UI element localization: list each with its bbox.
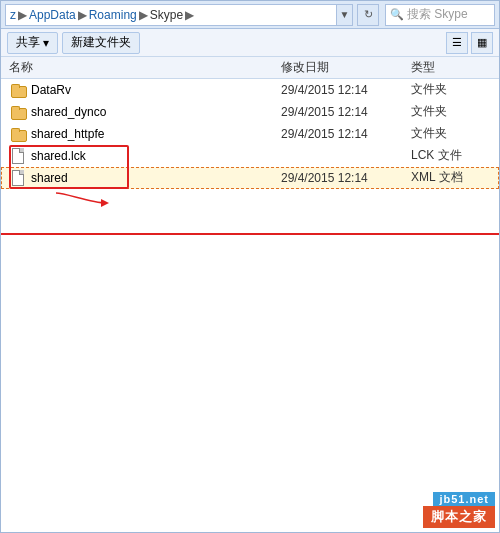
col-type-header[interactable]: 类型: [411, 59, 491, 76]
file-type: 文件夹: [411, 81, 491, 98]
folder-icon: [9, 82, 27, 98]
file-name: shared.lck: [31, 149, 281, 163]
file-list: DataRv 29/4/2015 12:14 文件夹 shared_dynco …: [1, 79, 499, 189]
file-name: DataRv: [31, 83, 281, 97]
breadcrumb-z[interactable]: z: [10, 8, 16, 22]
table-row[interactable]: shared 29/4/2015 12:14 XML 文档: [1, 167, 499, 189]
red-separator-line: [1, 233, 499, 235]
share-dropdown-icon: ▾: [43, 36, 49, 50]
breadcrumb-area[interactable]: z ▶ AppData ▶ Roaming ▶ Skype ▶: [5, 4, 337, 26]
col-name-header[interactable]: 名称: [9, 59, 281, 76]
col-date-header[interactable]: 修改日期: [281, 59, 411, 76]
view-options-button[interactable]: ☰: [446, 32, 468, 54]
file-type: 文件夹: [411, 103, 491, 120]
file-name: shared_dynco: [31, 105, 281, 119]
toolbar: 共享 ▾ 新建文件夹 ☰ ▦: [1, 29, 499, 57]
breadcrumb-roaming[interactable]: Roaming: [89, 8, 137, 22]
file-type: 文件夹: [411, 125, 491, 142]
breadcrumb-dropdown[interactable]: ▼: [337, 4, 353, 26]
file-icon: [9, 148, 27, 164]
watermark-bottom: 脚本之家: [423, 506, 495, 528]
watermark-top: jb51.net: [433, 492, 495, 506]
file-name: shared_httpfe: [31, 127, 281, 141]
folder-icon: [9, 104, 27, 120]
file-date: 29/4/2015 12:14: [281, 83, 411, 97]
folder-icon: [9, 126, 27, 142]
file-date: 29/4/2015 12:14: [281, 171, 411, 185]
svg-marker-0: [101, 199, 109, 207]
breadcrumb-skype: Skype: [150, 8, 183, 22]
new-folder-label: 新建文件夹: [71, 34, 131, 51]
explorer-window: z ▶ AppData ▶ Roaming ▶ Skype ▶ ▼ ↻ 🔍 搜索…: [0, 0, 500, 533]
table-row[interactable]: shared_httpfe 29/4/2015 12:14 文件夹: [1, 123, 499, 145]
view-details-button[interactable]: ▦: [471, 32, 493, 54]
file-name: shared: [31, 171, 281, 185]
annotation-area: shared.lck LCK 文件 shared 29/4/2015 12:14…: [1, 145, 499, 189]
file-type: XML 文档: [411, 169, 491, 186]
file-icon: [9, 170, 27, 186]
annotation-arrow: [51, 189, 111, 207]
address-bar: z ▶ AppData ▶ Roaming ▶ Skype ▶ ▼ ↻ 🔍 搜索…: [1, 1, 499, 29]
watermark: jb51.net 脚本之家: [423, 492, 495, 528]
file-area: DataRv 29/4/2015 12:14 文件夹 shared_dynco …: [1, 79, 499, 532]
nav-refresh[interactable]: ↻: [357, 4, 379, 26]
column-headers: 名称 修改日期 类型: [1, 57, 499, 79]
file-date: 29/4/2015 12:14: [281, 105, 411, 119]
search-placeholder: 搜索 Skype: [407, 6, 468, 23]
share-button[interactable]: 共享 ▾: [7, 32, 58, 54]
new-folder-button[interactable]: 新建文件夹: [62, 32, 140, 54]
file-type: LCK 文件: [411, 147, 491, 164]
table-row[interactable]: shared.lck LCK 文件: [1, 145, 499, 167]
file-date: 29/4/2015 12:14: [281, 127, 411, 141]
share-label: 共享: [16, 34, 40, 51]
table-row[interactable]: DataRv 29/4/2015 12:14 文件夹: [1, 79, 499, 101]
breadcrumb-appdata[interactable]: AppData: [29, 8, 76, 22]
toolbar-right: ☰ ▦: [446, 32, 493, 54]
table-row[interactable]: shared_dynco 29/4/2015 12:14 文件夹: [1, 101, 499, 123]
search-box[interactable]: 🔍 搜索 Skype: [385, 4, 495, 26]
search-icon: 🔍: [390, 8, 404, 21]
